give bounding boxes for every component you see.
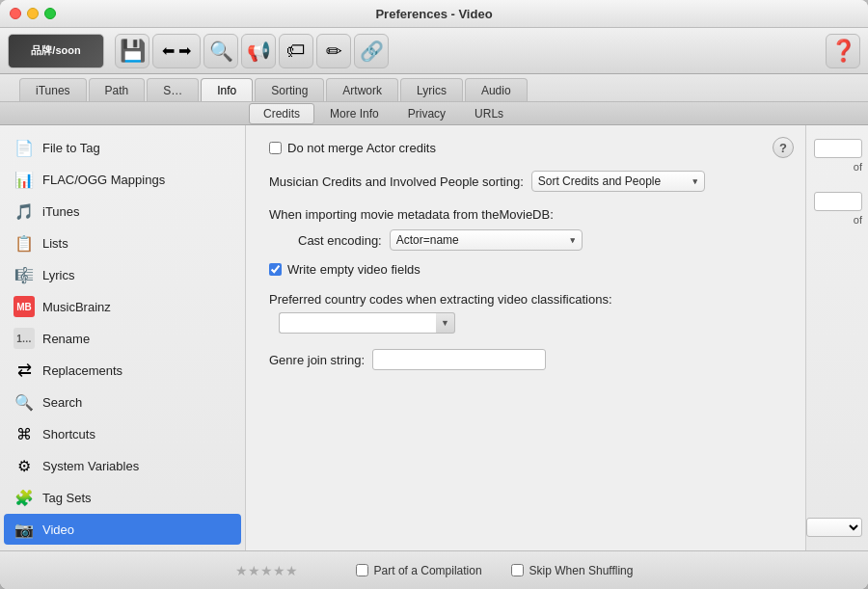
- toolbar: 品牌/soon 💾 ⬅ ➡ 🔍 📢 🏷 ✏ 🔗 ❓: [0, 28, 868, 74]
- sidebar-item-shortcuts[interactable]: ⌘ Shortcuts: [4, 418, 241, 449]
- sidebar-item-itunes[interactable]: 🎵 iTunes: [4, 196, 241, 227]
- do-not-merge-checkbox[interactable]: [269, 142, 282, 154]
- tab-artwork[interactable]: Artwork: [326, 78, 398, 101]
- bottom-controls: ★★★★★: [235, 563, 327, 578]
- help-toolbar-icon[interactable]: ❓: [826, 34, 860, 68]
- movie-db-label: When importing movie metadata from theMo…: [269, 207, 782, 222]
- right-input-2[interactable]: [814, 192, 862, 211]
- skip-when-shuffling-row: Skip When Shuffling: [511, 564, 634, 577]
- window-frame: Preferences - Video 品牌/soon 💾 ⬅ ➡ 🔍 📢 🏷 …: [0, 0, 868, 589]
- shortcuts-icon: ⌘: [14, 423, 35, 444]
- tab-s[interactable]: S…: [147, 78, 199, 101]
- part-of-compilation-checkbox[interactable]: [356, 564, 368, 576]
- right-panel: of of: [805, 125, 868, 550]
- skip-when-shuffling-label: Skip When Shuffling: [529, 564, 634, 577]
- pencil-icon[interactable]: ✏: [316, 34, 351, 68]
- tab-path[interactable]: Path: [89, 78, 146, 101]
- country-codes-input-row: ▼: [269, 312, 782, 334]
- star-rating[interactable]: ★★★★★: [235, 563, 298, 578]
- system-variables-icon: ⚙: [14, 455, 35, 476]
- sidebar: 📄 File to Tag 📊 FLAC/OGG Mappings 🎵 iTun…: [0, 125, 246, 550]
- tab-container: iTunes Path S… Info Sorting Artwork Lyri…: [0, 74, 868, 125]
- cast-encoding-label: Cast encoding:: [298, 233, 382, 248]
- cast-encoding-select[interactable]: Actor=name Actor=fullname Actor=characte…: [390, 229, 583, 251]
- write-empty-row: Write empty video fields: [269, 262, 782, 277]
- sidebar-label-replacements: Replacements: [42, 363, 122, 378]
- musicbrainz-icon: MB: [14, 296, 35, 317]
- sidebar-item-rename[interactable]: 1… Rename: [4, 323, 241, 354]
- sidebar-item-lists[interactable]: 📋 Lists: [4, 228, 241, 258]
- part-of-compilation-label: Part of a Compilation: [374, 564, 482, 577]
- sort-credits-select[interactable]: Sort Credits and People Don't Sort Sort …: [531, 171, 705, 192]
- tab-info[interactable]: Info: [201, 78, 253, 101]
- right-input-1[interactable]: [814, 139, 862, 158]
- close-button[interactable]: [10, 8, 21, 19]
- tab-audio[interactable]: Audio: [465, 78, 528, 101]
- file-to-tag-icon: 📄: [14, 137, 35, 158]
- musician-credits-label: Musician Credits and Involved People sor…: [269, 174, 524, 189]
- maximize-button[interactable]: [44, 8, 56, 19]
- movie-db-section: When importing movie metadata from theMo…: [269, 207, 782, 251]
- country-codes-dropdown-btn[interactable]: ▼: [436, 312, 455, 334]
- sidebar-label-itunes: iTunes: [42, 204, 80, 219]
- content-area: ? Do not merge Actor credits Musician Cr…: [246, 125, 805, 550]
- sidebar-item-replacements[interactable]: ⇄ Replacements: [4, 355, 241, 386]
- sidebar-item-search[interactable]: 🔍 Search: [4, 387, 241, 417]
- sidebar-item-video[interactable]: 📷 Video: [4, 514, 241, 545]
- tab-privacy[interactable]: Privacy: [394, 103, 459, 124]
- right-input-group-2: of: [814, 192, 862, 226]
- right-of-label-1: of: [854, 161, 862, 173]
- main-body: 📄 File to Tag 📊 FLAC/OGG Mappings 🎵 iTun…: [0, 125, 868, 550]
- tab-row-bottom: Credits More Info Privacy URLs: [0, 101, 868, 124]
- sidebar-label-shortcuts: Shortcuts: [42, 427, 95, 442]
- tab-credits[interactable]: Credits: [249, 103, 314, 124]
- help-button[interactable]: ?: [773, 137, 794, 158]
- sidebar-item-lyrics[interactable]: 🎼 Lyrics: [4, 259, 241, 290]
- sidebar-item-file-to-tag[interactable]: 📄 File to Tag: [4, 132, 241, 163]
- sidebar-label-musicbrainz: MusicBrainz: [42, 300, 111, 314]
- sidebar-label-tag-sets: Tag Sets: [42, 491, 92, 505]
- country-codes-input[interactable]: [279, 312, 436, 334]
- sidebar-label-lists: Lists: [42, 236, 68, 251]
- tab-more-info[interactable]: More Info: [316, 103, 393, 124]
- itunes-icon: 🎵: [14, 201, 35, 222]
- skip-when-shuffling-checkbox[interactable]: [511, 564, 524, 576]
- right-of-label-2: of: [854, 214, 862, 226]
- tab-lyrics[interactable]: Lyrics: [400, 78, 463, 101]
- rename-icon: 1…: [14, 328, 35, 349]
- cast-encoding-row: Cast encoding: Actor=name Actor=fullname…: [269, 229, 782, 251]
- tab-urls[interactable]: URLs: [461, 103, 517, 124]
- sidebar-label-rename: Rename: [42, 332, 90, 346]
- part-of-compilation-row: Part of a Compilation: [356, 564, 482, 577]
- sidebar-item-musicbrainz[interactable]: MB MusicBrainz: [4, 291, 241, 322]
- genre-join-input[interactable]: [372, 349, 546, 370]
- tag-icon[interactable]: 🏷: [279, 34, 313, 68]
- sidebar-item-system-variables[interactable]: ⚙ System Variables: [4, 450, 241, 481]
- search-icon: 🔍: [14, 391, 35, 413]
- link-icon[interactable]: 🔗: [354, 34, 389, 68]
- tag-sets-icon: 🧩: [14, 487, 35, 508]
- do-not-merge-row: Do not merge Actor credits: [269, 141, 782, 155]
- window-title: Preferences - Video: [375, 7, 492, 21]
- flac-ogg-icon: 📊: [14, 169, 35, 190]
- right-select-group: [806, 518, 862, 537]
- back-forward-icon[interactable]: ⬅ ➡: [152, 34, 201, 68]
- right-input-group-1: of: [814, 139, 862, 173]
- sort-credits-wrapper: Sort Credits and People Don't Sort Sort …: [531, 171, 705, 192]
- sidebar-label-flac-ogg: FLAC/OGG Mappings: [42, 173, 165, 187]
- sidebar-label-search: Search: [42, 395, 82, 410]
- minimize-button[interactable]: [27, 8, 39, 19]
- sidebar-item-tag-sets[interactable]: 🧩 Tag Sets: [4, 482, 241, 513]
- content-with-right: ? Do not merge Actor credits Musician Cr…: [246, 125, 868, 550]
- tab-sorting[interactable]: Sorting: [255, 78, 324, 101]
- sidebar-item-flac-ogg[interactable]: 📊 FLAC/OGG Mappings: [4, 164, 241, 195]
- write-empty-checkbox[interactable]: [269, 263, 282, 276]
- speaker-icon[interactable]: 📢: [241, 34, 276, 68]
- video-icon: 📷: [14, 519, 35, 540]
- right-select[interactable]: [806, 518, 862, 537]
- save-icon[interactable]: 💾: [115, 34, 149, 68]
- zoom-icon[interactable]: 🔍: [203, 34, 238, 68]
- tab-itunes[interactable]: iTunes: [19, 78, 87, 101]
- tab-row-top: iTunes Path S… Info Sorting Artwork Lyri…: [0, 74, 868, 101]
- lyrics-icon: 🎼: [14, 264, 35, 285]
